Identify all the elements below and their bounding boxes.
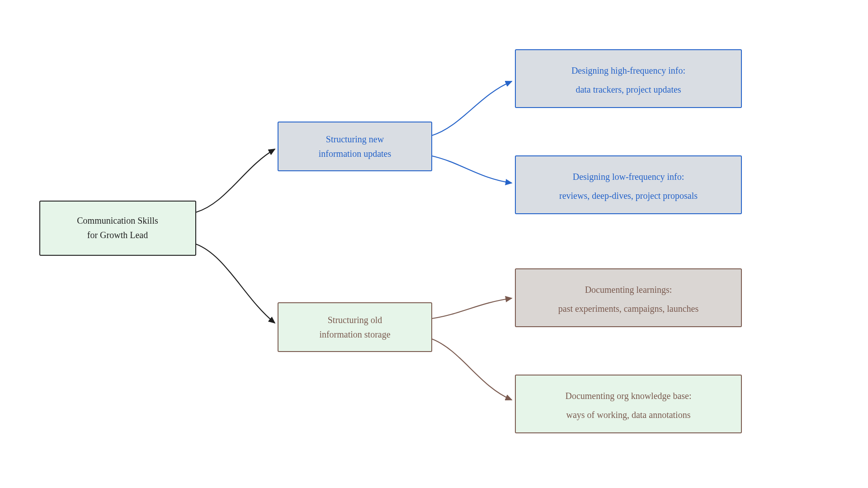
leaf-knowledge-base: Documenting org knowledge base: ways of … <box>515 375 741 433</box>
branch-old-info: Structuring old information storage <box>278 303 432 352</box>
leaf-learnings: Documenting learnings: past experiments,… <box>515 269 741 327</box>
arrow-new-to-lf <box>432 156 512 183</box>
root-line2: for Growth Lead <box>87 230 148 240</box>
arrow-old-to-kb <box>432 339 512 400</box>
diagram-canvas: Communication Skills for Growth Lead Str… <box>0 0 868 488</box>
branch-new-line2: information updates <box>319 149 392 159</box>
svg-rect-0 <box>40 201 196 255</box>
arrow-new-to-hf <box>432 81 512 136</box>
leaf-lf-line1: Designing low-frequency info: <box>573 172 684 182</box>
root-node: Communication Skills for Growth Lead <box>40 201 196 255</box>
svg-rect-1 <box>278 122 432 171</box>
branch-old-line2: information storage <box>319 329 390 340</box>
branch-new-line1: Structuring new <box>326 134 384 145</box>
leaf-hf-line1: Designing high-frequency info: <box>571 66 685 76</box>
leaf-high-frequency: Designing high-frequency info: data trac… <box>515 50 741 108</box>
root-line1: Communication Skills <box>77 216 158 225</box>
leaf-kb-line2: ways of working, data annotations <box>566 410 691 420</box>
svg-rect-4 <box>515 156 741 214</box>
arrow-root-to-new <box>196 149 275 212</box>
leaf-kb-line1: Documenting org knowledge base: <box>565 391 691 401</box>
leaf-hf-line2: data trackers, project updates <box>576 84 681 95</box>
svg-rect-3 <box>515 50 741 108</box>
arrow-old-to-learn <box>432 298 512 319</box>
branch-new-info: Structuring new information updates <box>278 122 432 171</box>
arrow-root-to-old <box>196 244 275 323</box>
leaf-lf-line2: reviews, deep-dives, project proposals <box>559 191 698 201</box>
leaf-learn-line1: Documenting learnings: <box>585 285 672 295</box>
svg-rect-2 <box>278 303 432 352</box>
leaf-learn-line2: past experiments, campaigns, launches <box>558 304 699 314</box>
branch-old-line1: Structuring old <box>328 315 382 325</box>
svg-rect-5 <box>515 269 741 327</box>
leaf-low-frequency: Designing low-frequency info: reviews, d… <box>515 156 741 214</box>
svg-rect-6 <box>515 375 741 433</box>
